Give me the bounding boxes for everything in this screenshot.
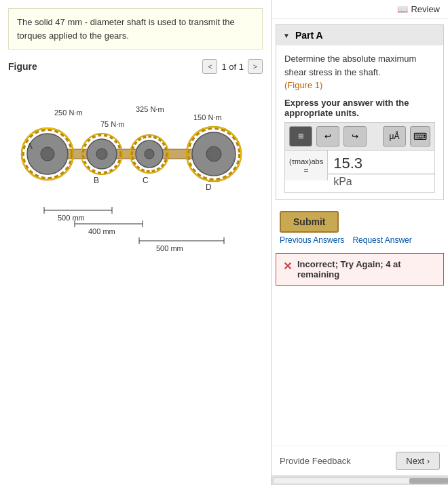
answer-input-area[interactable]: 15.3 kPa [328, 151, 434, 192]
incorrect-icon: ✕ [283, 260, 292, 273]
svg-text:400 mm: 400 mm [88, 227, 115, 235]
book-icon: 📖 [397, 4, 408, 14]
answer-label: (τmax)abs = [285, 151, 328, 180]
mu-button[interactable]: μÅ [383, 126, 406, 147]
collapse-arrow-icon[interactable]: ▼ [283, 32, 290, 39]
previous-answers-link[interactable]: Previous Answers [280, 235, 344, 245]
keyboard-icon: ⌨ [413, 131, 427, 142]
svg-text:D: D [206, 182, 212, 192]
review-link[interactable]: 📖 Review [397, 4, 440, 14]
figure-area: Figure < 1 of 1 > [0, 55, 271, 485]
svg-text:500 mm: 500 mm [156, 244, 183, 252]
svg-text:325 N·m: 325 N·m [136, 105, 164, 113]
bottom-bar: Provide Feedback Next › [272, 446, 448, 476]
svg-point-18 [206, 147, 221, 161]
figure-header: Figure < 1 of 1 > [0, 55, 271, 78]
next-button[interactable]: Next › [396, 452, 440, 470]
matrix-button[interactable]: ⊞ [289, 126, 312, 147]
problem-statement: The solid 47 mm - diameter shaft is used… [8, 8, 263, 50]
feedback-text: Incorrect; Try Again; 4 at remaining [297, 259, 436, 279]
request-answer-link[interactable]: Request Answer [352, 235, 411, 245]
svg-text:500 mm: 500 mm [58, 214, 85, 222]
redo-button[interactable]: ↪ [343, 126, 367, 147]
figure-next-button[interactable]: > [248, 59, 263, 74]
problem-text: The solid 47 mm - diameter shaft is used… [17, 17, 235, 41]
answer-toolbar: ⊞ ↩ ↪ μÅ ⌨ [284, 122, 435, 151]
figure-label: Figure [8, 61, 37, 72]
answer-row: (τmax)abs = 15.3 kPa [284, 151, 435, 193]
part-a-section: ▼ Part A Determine the absolute maximum … [276, 24, 444, 200]
feedback-box: ✕ Incorrect; Try Again; 4 at remaining [276, 253, 444, 286]
answer-label-line1: (τmax)abs [289, 157, 323, 166]
figure-1-link[interactable]: (Figure 1) [284, 80, 322, 90]
submit-button[interactable]: Submit [280, 211, 339, 233]
review-label: Review [411, 4, 440, 14]
mu-label: μÅ [390, 132, 400, 141]
review-bar: 📖 Review [272, 0, 448, 19]
provide-feedback-link[interactable]: Provide Feedback [280, 456, 351, 466]
part-a-label: Part A [295, 30, 323, 41]
keyboard-button[interactable]: ⌨ [410, 126, 430, 147]
redo-icon: ↪ [352, 132, 358, 141]
express-label: Express your answer with the appropriate… [284, 98, 435, 118]
horizontal-scrollbar[interactable] [272, 476, 448, 485]
figure-nav: < 1 of 1 > [202, 59, 263, 74]
svg-text:150 N·m: 150 N·m [193, 113, 222, 121]
figure-canvas: A B C D 250 N·m 75 N·m 325 N·m 150 N·m 5… [0, 78, 271, 485]
figure-prev-button[interactable]: < [202, 59, 217, 74]
svg-point-3 [41, 147, 54, 161]
part-a-header: ▼ Part A [276, 25, 443, 45]
part-a-description: Determine the absolute maximum shear str… [284, 52, 435, 92]
svg-text:B: B [94, 176, 99, 185]
answer-label-line2: = [304, 166, 309, 175]
undo-button[interactable]: ↩ [316, 126, 339, 147]
answer-links: Previous Answers Request Answer [280, 235, 440, 245]
answer-value[interactable]: 15.3 [328, 151, 434, 174]
svg-text:250 N·m: 250 N·m [54, 109, 83, 117]
svg-point-8 [96, 149, 107, 159]
undo-icon: ↩ [324, 132, 331, 141]
part-a-body: Determine the absolute maximum shear str… [276, 45, 443, 199]
submit-area: Submit Previous Answers Request Answer [272, 206, 448, 250]
scrollbar-track[interactable] [273, 478, 447, 484]
answer-unit: kPa [328, 174, 434, 192]
scrollbar-thumb[interactable] [409, 478, 448, 484]
right-panel: 📖 Review ▼ Part A Determine the absolute… [272, 0, 448, 485]
matrix-icon: ⊞ [298, 132, 303, 140]
svg-text:C: C [143, 176, 149, 185]
left-panel: The solid 47 mm - diameter shaft is used… [0, 0, 272, 485]
figure-diagram: A B C D 250 N·m 75 N·m 325 N·m 150 N·m 5… [7, 78, 258, 254]
svg-point-13 [145, 149, 154, 159]
svg-text:A: A [27, 142, 33, 151]
page-indicator: 1 of 1 [221, 62, 244, 72]
svg-text:75 N·m: 75 N·m [100, 120, 124, 128]
